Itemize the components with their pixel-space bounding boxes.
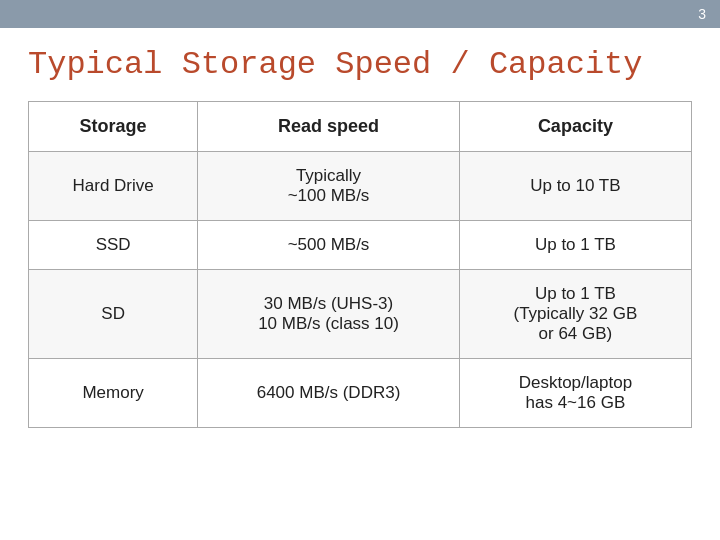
col-header-storage: Storage	[29, 102, 198, 152]
cell-storage: SSD	[29, 221, 198, 270]
table-row: Hard DriveTypically~100 MB/sUp to 10 TB	[29, 152, 692, 221]
cell-read_speed: Typically~100 MB/s	[198, 152, 460, 221]
table-header-row: Storage Read speed Capacity	[29, 102, 692, 152]
cell-storage: Hard Drive	[29, 152, 198, 221]
cell-storage: Memory	[29, 359, 198, 428]
cell-capacity: Desktop/laptophas 4~16 GB	[459, 359, 691, 428]
storage-table: Storage Read speed Capacity Hard DriveTy…	[28, 101, 692, 428]
table-row: SSD~500 MB/sUp to 1 TB	[29, 221, 692, 270]
cell-capacity: Up to 1 TB	[459, 221, 691, 270]
slide-number: 3	[698, 6, 706, 22]
col-header-read-speed: Read speed	[198, 102, 460, 152]
cell-capacity: Up to 10 TB	[459, 152, 691, 221]
cell-read_speed: 30 MB/s (UHS-3)10 MB/s (class 10)	[198, 270, 460, 359]
cell-read_speed: ~500 MB/s	[198, 221, 460, 270]
top-bar: 3	[0, 0, 720, 28]
cell-read_speed: 6400 MB/s (DDR3)	[198, 359, 460, 428]
table-row: SD30 MB/s (UHS-3)10 MB/s (class 10)Up to…	[29, 270, 692, 359]
cell-capacity: Up to 1 TB(Typically 32 GBor 64 GB)	[459, 270, 691, 359]
cell-storage: SD	[29, 270, 198, 359]
col-header-capacity: Capacity	[459, 102, 691, 152]
table-row: Memory6400 MB/s (DDR3)Desktop/laptophas …	[29, 359, 692, 428]
page-title: Typical Storage Speed / Capacity	[28, 46, 692, 83]
main-content: Typical Storage Speed / Capacity Storage…	[0, 28, 720, 446]
